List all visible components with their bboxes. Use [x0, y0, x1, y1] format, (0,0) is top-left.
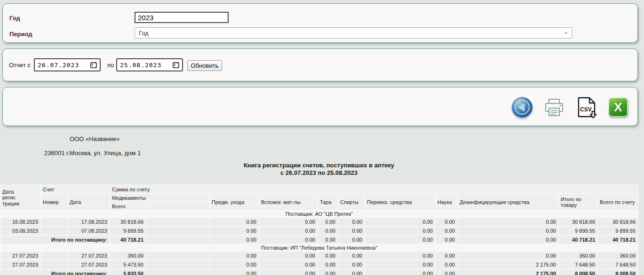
back-icon[interactable] [511, 96, 533, 118]
table-cell: 0.00 [210, 236, 259, 244]
table-cell: 0.00 [210, 218, 259, 227]
table-cell: 360.00 [559, 251, 598, 260]
table-row: 03.08.202307.08.20239 899.550.000.000.00… [0, 227, 638, 236]
table-cell: 0.00 [458, 227, 559, 236]
toolbar-panel: CSV X [2, 87, 638, 126]
col-header-medikamenty: Медикаменты [110, 194, 210, 202]
col-header-data: Дата [68, 194, 110, 211]
date-to-value: 25.08.2023 [120, 62, 173, 69]
table-cell: 2 175.00 [458, 260, 559, 269]
table-cell: 0.00 [338, 218, 365, 227]
table-cell: 17.08.2023 [68, 218, 110, 227]
report-table-body: Поставщик: АО "ЦВ Протек"16.08.202317.08… [0, 211, 638, 275]
date-from-input[interactable]: 26.07.2023 [34, 58, 101, 71]
calendar-icon [90, 62, 97, 68]
table-cell: 9 899.55 [598, 227, 638, 236]
table-cell: 0.00 [365, 218, 436, 227]
total-row: Итого по поставщику:40 718.210.000.000.0… [0, 236, 638, 244]
col-header-vsego-schet: Всего по счету [598, 194, 638, 211]
table-cell: 30 818.66 [559, 218, 598, 227]
table-cell: 0.00 [458, 251, 559, 260]
col-header-perevyaz: Перевяз. средства [365, 194, 436, 211]
table-cell: 0.00 [458, 218, 559, 227]
table-cell: 0.00 [436, 236, 458, 244]
chevron-down-icon: ▼ [564, 31, 568, 35]
table-cell: 0.00 [318, 218, 338, 227]
filters-panel: Год Период Год ▼ [2, 3, 638, 43]
csv-export-icon[interactable]: CSV [577, 97, 597, 121]
table-cell: 0.00 [338, 260, 365, 269]
table-row: 16.08.202317.08.202330 818.660.000.000.0… [0, 218, 638, 227]
table-cell [41, 227, 68, 236]
table-cell [41, 260, 68, 269]
table-cell [146, 218, 210, 227]
supplier-row: Поставщик: АО "ЦВ Протек" [0, 211, 638, 218]
table-cell: 0.00 [210, 269, 259, 275]
table-cell: 0.00 [458, 236, 559, 244]
col-header-predm: Предм. ухода [210, 194, 259, 211]
table-cell: 0.00 [338, 269, 365, 275]
col-header-nomer: Номер [41, 194, 68, 211]
table-cell: 0.00 [436, 218, 458, 227]
company-address: 236001 г.Москва, ул. Улица, дом 1 [44, 149, 141, 157]
table-cell: 27.07.2023 [68, 260, 110, 269]
page: { "filters": { "year_label": "Год", "yea… [0, 0, 644, 275]
table-row: 27.07.202327.07.2023360.000.000.000.000.… [0, 251, 638, 260]
table-header: Дата регис трации Счет Сумма по счету Но… [0, 185, 638, 211]
col-header-empty [146, 202, 210, 211]
table-cell: 03.08.2023 [0, 227, 41, 236]
printer-glyph [543, 98, 565, 118]
table-cell: 7 648.50 [598, 260, 638, 269]
back-icon-sphere [512, 97, 533, 118]
excel-export-icon[interactable]: X [608, 97, 628, 117]
year-input[interactable] [135, 12, 229, 23]
year-label: Год [9, 15, 20, 22]
total-row: Итого по поставщику:5 833.500.000.000.00… [0, 269, 638, 275]
col-header-spirty: Спирты [338, 194, 365, 211]
table-cell: 40 718.21 [110, 236, 146, 244]
total-label: Итого по поставщику: [0, 236, 110, 244]
period-select[interactable]: Год ▼ [135, 27, 572, 39]
table-cell: 0.00 [436, 251, 458, 260]
table-cell: 0.00 [365, 251, 436, 260]
table-cell: 0.00 [338, 251, 365, 260]
table-cell [146, 260, 210, 269]
print-icon[interactable] [543, 98, 565, 119]
col-header-itogo-tovar: Итого по товару [559, 194, 598, 211]
table-cell [146, 251, 210, 260]
date-range-panel: Отчет с 26.07.2023 по 25.08.2023 Обновит… [2, 48, 638, 81]
table-cell [41, 218, 68, 227]
table-cell: 0.00 [365, 260, 436, 269]
col-header-tara: Тара [318, 194, 338, 211]
svg-text:CSV: CSV [580, 106, 592, 113]
table-cell: 0.00 [259, 236, 318, 244]
date-from-value: 26.07.2023 [38, 62, 90, 69]
table-cell: 0.00 [365, 227, 436, 236]
table-cell: 5 473.50 [110, 260, 146, 269]
table-cell: 0.00 [436, 227, 458, 236]
col-header-schet: Счет [41, 185, 110, 194]
col-header-dezinf: Дезинфицирующие средства [458, 194, 559, 211]
table-cell: 5 833.50 [110, 269, 146, 275]
col-header-vsego: Всего [110, 202, 146, 211]
table-cell: 07.08.2023 [68, 227, 110, 236]
table-cell: 16.08.2023 [0, 218, 41, 227]
period-select-value: Год [139, 30, 564, 37]
table-cell: 2 175.00 [458, 269, 559, 275]
table-row: 27.07.202327.07.20235 473.500.000.000.00… [0, 260, 638, 269]
refresh-button[interactable]: Обновить [187, 60, 222, 71]
col-header-vspomog: Вспомог. мат-лы [259, 194, 318, 211]
table-cell [146, 236, 210, 244]
supplier-name: Поставщик: АО "ЦВ Протек" [0, 211, 638, 218]
table-cell: 0.00 [259, 218, 318, 227]
table-cell: 0.00 [436, 269, 458, 275]
date-to-input[interactable]: 25.08.2023 [116, 58, 183, 71]
excel-x-glyph: X [614, 101, 622, 113]
table-cell: 0.00 [259, 251, 318, 260]
supplier-row: Поставщик: ИП "Лебедева Татьяна Николаев… [0, 244, 638, 251]
table-cell: 9 899.55 [559, 227, 598, 236]
table-cell: 0.00 [338, 236, 365, 244]
table-cell: 7 648.50 [559, 260, 598, 269]
table-cell: 0.00 [318, 236, 338, 244]
report-title-line2: с 26.07.2023 по 25.08.2023 [0, 169, 638, 176]
